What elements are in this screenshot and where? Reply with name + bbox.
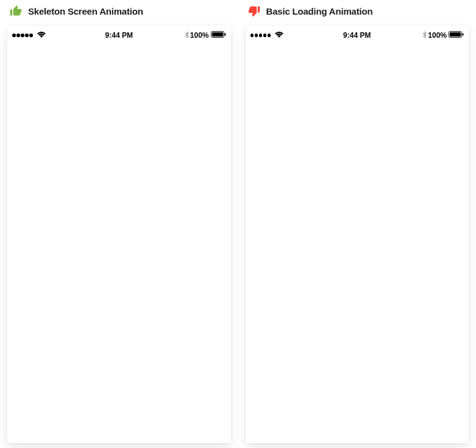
battery-icon — [211, 31, 226, 40]
comparison-container: Skeleton Screen Animation — [7, 5, 469, 443]
phone-frame-left: 9:44 PM 100% — [7, 26, 231, 443]
svg-rect-5 — [463, 34, 464, 36]
phone-content-left — [7, 41, 231, 443]
header-right: Basic Loading Animation — [246, 5, 469, 17]
status-left-group — [12, 31, 46, 40]
signal-strength-icon — [12, 34, 33, 37]
status-time: 9:44 PM — [343, 31, 371, 40]
wifi-icon — [275, 31, 283, 40]
status-bar-right: 9:44 PM 100% — [246, 26, 469, 41]
status-left-group — [250, 31, 284, 40]
bluetooth-icon — [185, 31, 189, 40]
phone-content-right — [246, 41, 469, 443]
svg-rect-1 — [212, 32, 223, 37]
signal-strength-icon — [250, 34, 271, 37]
thumbs-down-icon — [248, 5, 260, 17]
header-title-left: Skeleton Screen Animation — [28, 6, 143, 16]
thumbs-up-icon — [10, 5, 22, 17]
header-title-right: Basic Loading Animation — [266, 6, 373, 16]
battery-icon — [449, 31, 464, 40]
svg-rect-2 — [224, 34, 226, 36]
header-left: Skeleton Screen Animation — [7, 5, 231, 17]
bluetooth-icon — [422, 31, 427, 40]
status-right-group: 100% — [185, 31, 226, 40]
wifi-icon — [37, 31, 46, 40]
column-right: Basic Loading Animation — [246, 5, 469, 443]
battery-percentage: 100% — [428, 31, 447, 40]
column-left: Skeleton Screen Animation — [7, 5, 231, 443]
svg-rect-4 — [450, 32, 461, 37]
status-right-group: 100% — [422, 31, 464, 40]
status-bar-left: 9:44 PM 100% — [7, 26, 231, 41]
status-time: 9:44 PM — [105, 31, 133, 40]
phone-frame-right: 9:44 PM 100% — [246, 26, 469, 443]
battery-percentage: 100% — [190, 31, 209, 40]
